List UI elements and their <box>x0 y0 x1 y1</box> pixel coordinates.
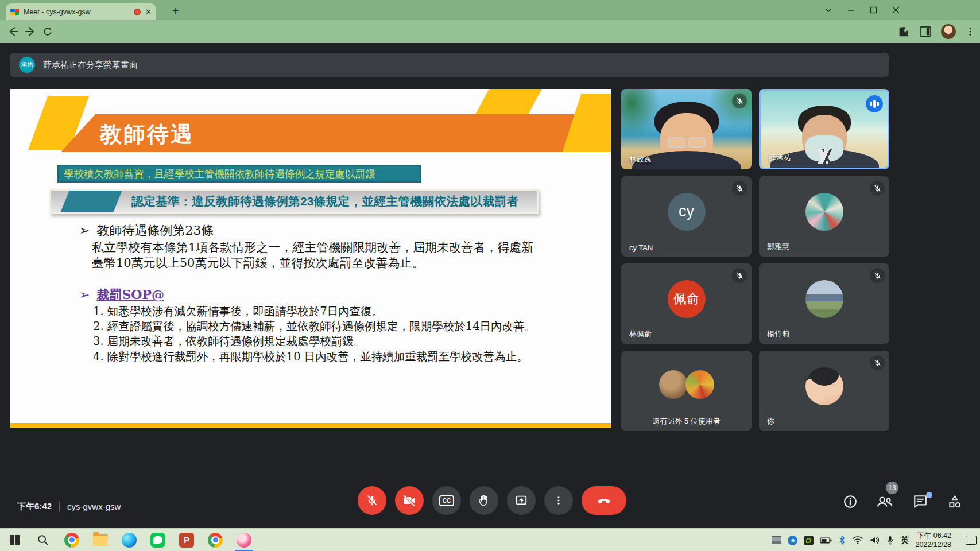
sop-item: 3. 屆期未改善者，依教師待遇條例規定裁處學校罰鍰。 <box>93 333 365 349</box>
wifi-icon[interactable] <box>852 536 863 545</box>
taskbar-powerpoint[interactable]: P <box>172 529 201 551</box>
meeting-code: cys-gvwx-gsw <box>67 502 121 511</box>
slide-yellow-shape-topright <box>475 89 541 114</box>
raise-hand-button[interactable] <box>470 486 498 515</box>
participant-grid: 林政逸 薛承祐 cy cy TAN <box>621 89 889 432</box>
slide-title: 教師待遇 <box>100 120 194 149</box>
taskbar-edge[interactable] <box>115 529 144 551</box>
avatar-photo <box>805 280 843 318</box>
battery-icon[interactable] <box>820 536 832 544</box>
mic-off-icon <box>732 181 747 196</box>
photo-app-icon <box>237 533 251 548</box>
slide-section1-heading: ➢教師待遇條例第23條 <box>79 222 214 239</box>
bluetooth-icon[interactable] <box>838 535 846 545</box>
windows-logo-icon <box>10 535 20 545</box>
participant-tile[interactable]: 林政逸 <box>621 89 752 169</box>
end-call-button[interactable] <box>582 486 626 515</box>
chrome-icon <box>64 533 79 548</box>
mic-off-icon <box>732 94 747 108</box>
taskbar-file-explorer[interactable] <box>86 529 115 551</box>
tray-app-window-icon[interactable] <box>772 536 781 544</box>
mic-off-icon <box>870 181 885 196</box>
start-button[interactable] <box>0 529 29 551</box>
tab-close-icon[interactable]: ✕ <box>145 8 152 15</box>
participant-tile[interactable]: 楊竹莉 <box>759 263 889 344</box>
browser-toolbar: meet.google.com/cys-gvwx-gsw <box>0 20 980 43</box>
overflow-participants-label: 還有另外 5 位使用者 <box>621 416 752 426</box>
participant-name: 林政逸 <box>629 154 652 165</box>
taskbar-chrome[interactable] <box>57 529 86 551</box>
avatar-photo <box>805 367 843 405</box>
powerpoint-icon: P <box>179 533 194 548</box>
edge-icon <box>122 533 137 548</box>
reload-button[interactable] <box>39 23 56 40</box>
speaking-indicator-icon <box>866 95 883 112</box>
browser-menu-icon[interactable] <box>965 26 975 37</box>
extensions-puzzle-icon[interactable] <box>897 25 910 38</box>
tab-search-chevron-icon[interactable] <box>824 6 832 14</box>
tab-meet[interactable]: Meet - cys-gvwx-gsw ✕ <box>6 3 156 20</box>
meet-favicon-icon <box>10 9 19 15</box>
window-controls <box>824 0 900 20</box>
eset-icon[interactable]: e <box>788 536 797 545</box>
slide-section2-heading: ➢裁罰SOP@ <box>79 286 164 304</box>
close-button[interactable] <box>892 6 900 14</box>
more-options-button[interactable] <box>544 486 573 515</box>
volume-icon[interactable] <box>870 536 880 545</box>
slide-highlight-2: 認定基準：違反教師待遇條例第23條規定，並經主管機關依法處以裁罰者 <box>49 189 539 214</box>
slide-highlight-1: 學校積欠教師薪資，且經學校主管機關依教師待遇條例之規定處以罰鍰 <box>57 165 421 183</box>
self-tile[interactable]: 你 <box>759 351 889 431</box>
share-banner-text: 薛承祐正在分享螢幕畫面 <box>43 60 138 71</box>
nvidia-icon[interactable] <box>804 536 814 545</box>
participant-name: 你 <box>767 416 774 426</box>
meet-control-bar: 下午6:42 cys-gvwx-gsw CC <box>0 485 980 528</box>
screen-share-banner: 承祐 薛承祐正在分享螢幕畫面 <box>10 53 889 77</box>
avatar-initials: 佩俞 <box>668 280 706 318</box>
new-tab-button[interactable]: + <box>172 5 179 18</box>
teal-parallelogram <box>60 191 122 212</box>
participant-tile[interactable]: 鄭雅慧 <box>759 176 889 257</box>
participant-tile[interactable]: cy cy TAN <box>621 176 752 257</box>
participant-count-badge: 13 <box>886 482 898 494</box>
minimize-button[interactable] <box>847 6 855 14</box>
back-button[interactable] <box>5 23 22 40</box>
meeting-details-button[interactable] <box>842 493 859 510</box>
mic-off-icon <box>870 355 885 370</box>
show-people-button[interactable] <box>876 493 893 510</box>
ime-language-indicator[interactable]: 英 <box>900 535 909 546</box>
chrome-icon <box>208 533 223 548</box>
tab-title: Meet - cys-gvwx-gsw <box>24 8 129 16</box>
present-screen-button[interactable] <box>507 486 536 515</box>
meeting-time: 下午6:42 <box>17 501 52 512</box>
windows-taskbar: P e 英 下午 06:42 2022/ <box>0 528 980 551</box>
participant-name: cy TAN <box>629 243 653 252</box>
profile-avatar[interactable] <box>941 24 956 39</box>
participant-tile[interactable]: 佩俞 林佩俞 <box>621 263 752 344</box>
taskbar-search-button[interactable] <box>29 529 57 551</box>
activities-button[interactable] <box>946 493 963 510</box>
avatar-initials: cy <box>668 193 706 231</box>
taskbar-clock[interactable]: 下午 06:42 2022/12/28 <box>915 531 951 550</box>
camera-off-button[interactable] <box>395 486 424 515</box>
microphone-tray-icon[interactable] <box>886 535 894 545</box>
maximize-button[interactable] <box>870 6 877 14</box>
sop-item: 2. 經查證屬實後，協調校方儘速補薪，並依教師待遇條例規定，限期學校於14日內改… <box>93 319 536 334</box>
participant-tile-presenter[interactable]: 薛承祐 <box>759 89 889 169</box>
action-center-button[interactable] <box>966 536 977 545</box>
sop-link[interactable]: 裁罰SOP@ <box>96 287 164 302</box>
overflow-participants-tile[interactable]: 還有另外 5 位使用者 <box>621 351 752 431</box>
slide-bottom-accent <box>10 423 611 428</box>
participant-name: 鄭雅慧 <box>767 242 789 252</box>
system-tray: e 英 下午 06:42 2022/12/28 <box>772 529 977 551</box>
line-app-icon <box>150 533 165 548</box>
mic-mute-button[interactable] <box>358 486 386 515</box>
recording-indicator-icon <box>134 9 141 15</box>
side-panel-icon[interactable] <box>919 26 932 37</box>
mic-off-icon <box>732 268 747 283</box>
slide-section1-line1: 私立學校有本條第1項各款情形之一，經主管機關限期改善，屆期未改善者，得處新 <box>92 239 533 255</box>
captions-button[interactable]: CC <box>432 486 461 515</box>
forward-button[interactable] <box>22 23 39 40</box>
taskbar-photo-app[interactable] <box>230 529 258 551</box>
taskbar-line-app[interactable] <box>144 529 172 551</box>
taskbar-chrome-running[interactable] <box>201 529 230 551</box>
